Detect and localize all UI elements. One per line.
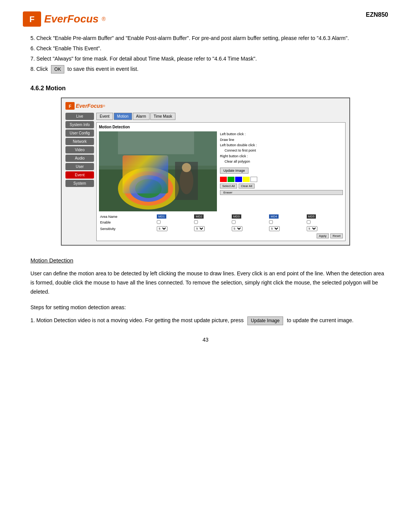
tab-event[interactable]: Event [96, 113, 113, 120]
steps-section: 5. Check "Enable Pre-alarm Buffer" and "… [30, 34, 388, 73]
page-number: 43 [23, 337, 388, 343]
instruction-line3: Left button double click : [220, 142, 343, 148]
motion-content: Left button click : Draw line Left butto… [99, 131, 343, 211]
update-image-btn[interactable]: Update Image [220, 168, 249, 174]
sidebar-system-info[interactable]: System Info [65, 121, 94, 128]
sensitivity-label: Sensitivity [99, 225, 156, 232]
sidebar-event[interactable]: Event [65, 171, 94, 179]
step-1-text-after: to update the current image. [287, 316, 354, 324]
sidebar-video[interactable]: Video [65, 146, 94, 153]
sensitivity-md5[interactable]: 51234 [307, 226, 317, 231]
step-5-number: 5. [30, 35, 37, 41]
tab-bar: Event Motion Alarm Time Mask [96, 113, 346, 120]
md1-cell: MD1 [156, 214, 193, 219]
video-svg [99, 131, 217, 211]
eraser-btn[interactable]: Eraser [220, 190, 343, 195]
svg-text:F: F [29, 14, 34, 24]
instruction-line1: Left button click : [220, 131, 343, 137]
ui-logo-text: EverFocus [76, 103, 103, 109]
motion-detection-section: Motion Detection User can define the mot… [30, 257, 388, 325]
logo: F EverFocus® [23, 11, 106, 27]
svg-text:F: F [69, 104, 72, 109]
sidebar-audio[interactable]: Audio [65, 155, 94, 162]
step-7-number: 7. [30, 56, 37, 62]
step-1: 1. Motion Detection video is not a movin… [30, 316, 388, 325]
body-paragraph: User can define the motion area to be de… [30, 269, 388, 296]
step-5-text: Check "Enable Pre-alarm Buffer" and "Ena… [37, 35, 349, 41]
instruction-line5: Right button click : [220, 153, 343, 159]
step-1-text-before: 1. Motion Detection video is not a movin… [30, 316, 244, 324]
motion-section: Motion Detection [96, 122, 346, 241]
section-heading: 4.6.2 Motion [30, 85, 388, 92]
step-8-number: 8. Click [30, 66, 49, 72]
step-8-text-after: to save this event in event list. [67, 66, 139, 72]
swatch-green[interactable] [228, 177, 234, 182]
color-swatches [220, 177, 343, 182]
svg-point-14 [182, 163, 191, 172]
enable-md5[interactable] [307, 220, 311, 224]
step-6: 6. Check "Enable This Event". [30, 45, 388, 53]
step-7-text: Select "Always" for time mask. For detai… [37, 56, 257, 62]
step-5: 5. Check "Enable Pre-alarm Buffer" and "… [30, 34, 388, 42]
sidebar-user-config[interactable]: User Config [65, 129, 94, 137]
steps-heading: Steps for setting motion detection areas… [30, 304, 388, 310]
motion-section-title: Motion Detection [99, 125, 343, 129]
select-all-btn[interactable]: Select All [220, 184, 237, 189]
logo-icon: F [23, 11, 41, 27]
md2-cell: MD2 [193, 214, 230, 219]
swatch-controls: Select All Clear All [220, 184, 343, 189]
page-header: F EverFocus® EZN850 [23, 11, 388, 27]
logo-text: EverFocus [44, 13, 99, 25]
sensitivity-md3[interactable]: 51234 [232, 226, 242, 231]
sensitivity-md1[interactable]: 51234678910 [157, 226, 167, 231]
swatch-blue[interactable] [235, 177, 242, 182]
motion-detection-heading: Motion Detection [30, 257, 388, 264]
svg-point-10 [135, 179, 162, 198]
instruction-line2: Draw line [220, 137, 343, 142]
tab-alarm[interactable]: Alarm [133, 113, 150, 120]
ui-main: Event Motion Alarm Time Mask Motion Dete… [96, 113, 346, 241]
sensitivity-md2[interactable]: 51234 [194, 226, 205, 231]
area-name-label: Area Name [99, 214, 156, 219]
clear-all-btn[interactable]: Clear All [239, 184, 255, 189]
apply-reset-row: Apply Reset [99, 233, 343, 238]
instruction-line4: Connect to first point [220, 148, 343, 153]
md2-badge: MD2 [194, 214, 204, 219]
motion-controls: Left button click : Draw line Left butto… [220, 131, 343, 211]
sidebar-live[interactable]: Live [65, 113, 94, 120]
ui-layout: Live System Info User Config Network Vid… [65, 113, 346, 241]
update-image-btn-inline: Update Image [247, 316, 283, 325]
md3-badge: MD3 [232, 214, 241, 219]
video-area [99, 131, 217, 211]
reset-btn[interactable]: Reset [330, 233, 343, 238]
step-6-text: Check "Enable This Event". [37, 45, 102, 51]
step-7: 7. Select "Always" for time mask. For de… [30, 55, 388, 63]
enable-label: Enable [99, 219, 156, 225]
ui-logo-icon: F [65, 102, 75, 110]
md4-cell: MD4 [268, 214, 305, 219]
enable-md4[interactable] [269, 220, 273, 224]
area-table: Area Name MD1 MD2 [99, 214, 343, 232]
swatch-red[interactable] [220, 177, 227, 182]
apply-btn[interactable]: Apply [317, 233, 329, 238]
ui-sidebar: Live System Info User Config Network Vid… [65, 113, 94, 241]
ui-header: F EverFocus® [65, 102, 346, 110]
logo-reg: ® [102, 16, 105, 22]
swatch-white[interactable] [250, 177, 257, 182]
sidebar-network[interactable]: Network [65, 138, 94, 145]
swatch-yellow[interactable] [243, 177, 250, 182]
tab-motion[interactable]: Motion [114, 113, 132, 120]
model-name: EZN850 [366, 11, 388, 18]
svg-rect-11 [99, 131, 217, 169]
ui-logo-reg: ® [103, 104, 105, 108]
step-8: 8. Click OK to save this event in event … [30, 65, 388, 73]
tab-time-mask[interactable]: Time Mask [150, 113, 176, 120]
enable-md2[interactable] [194, 220, 198, 224]
sensitivity-md4[interactable]: 51234 [269, 226, 280, 231]
md4-badge: MD4 [269, 214, 279, 219]
enable-md1[interactable] [157, 220, 161, 224]
sidebar-user[interactable]: User [65, 163, 94, 170]
sidebar-system[interactable]: System [65, 180, 94, 187]
instruction-line6: Clear all polygon [220, 159, 343, 164]
enable-md3[interactable] [232, 220, 236, 224]
